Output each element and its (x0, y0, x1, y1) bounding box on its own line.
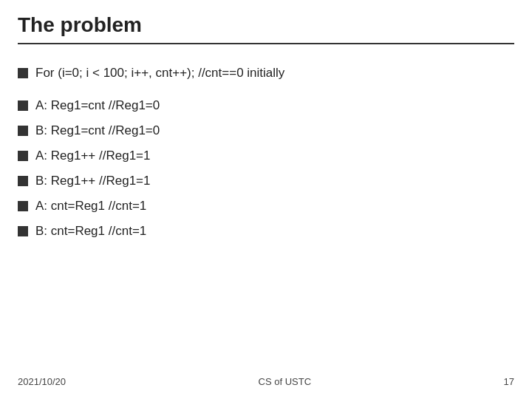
list-item: For (i=0; i < 100; i++, cnt++); //cnt==0… (18, 61, 514, 86)
list-item: B: cnt=Reg1 //cnt=1 (18, 219, 514, 244)
item-text: B: Reg1=cnt //Reg1=0 (35, 123, 160, 138)
title-divider (18, 43, 514, 44)
bullet-icon (18, 226, 28, 236)
slide-container: The problem For (i=0; i < 100; i++, cnt+… (0, 0, 532, 399)
bullet-icon (18, 68, 28, 78)
list-item: B: Reg1++ //Reg1=1 (18, 168, 514, 194)
bullet-icon (18, 100, 28, 111)
list-item: A: Reg1=cnt //Reg1=0 (18, 93, 514, 118)
item-text: B: Reg1++ //Reg1=1 (35, 174, 150, 188)
footer-center: CS of USTC (66, 376, 503, 387)
footer-page: 17 (504, 376, 514, 387)
title-section: The problem (18, 13, 514, 56)
list-item: B: Reg1=cnt //Reg1=0 (18, 118, 514, 143)
item-text: A: cnt=Reg1 //cnt=1 (35, 199, 146, 214)
bullet-icon (18, 126, 28, 136)
list-item: A: Reg1++ //Reg1=1 (18, 143, 514, 168)
footer: 2021/10/20 CS of USTC 17 (18, 369, 514, 387)
item-text: For (i=0; i < 100; i++, cnt++); //cnt==0… (35, 66, 284, 81)
item-text: A: Reg1++ //Reg1=1 (35, 149, 150, 163)
list-item: A: cnt=Reg1 //cnt=1 (18, 194, 514, 219)
bullet-icon (18, 151, 28, 161)
bullet-icon (18, 176, 28, 186)
content-list: For (i=0; i < 100; i++, cnt++); //cnt==0… (18, 61, 514, 369)
bullet-icon (18, 201, 28, 211)
footer-date: 2021/10/20 (18, 376, 66, 387)
item-text: A: Reg1=cnt //Reg1=0 (35, 98, 160, 113)
item-text: B: cnt=Reg1 //cnt=1 (35, 224, 146, 239)
slide-title: The problem (18, 13, 514, 37)
